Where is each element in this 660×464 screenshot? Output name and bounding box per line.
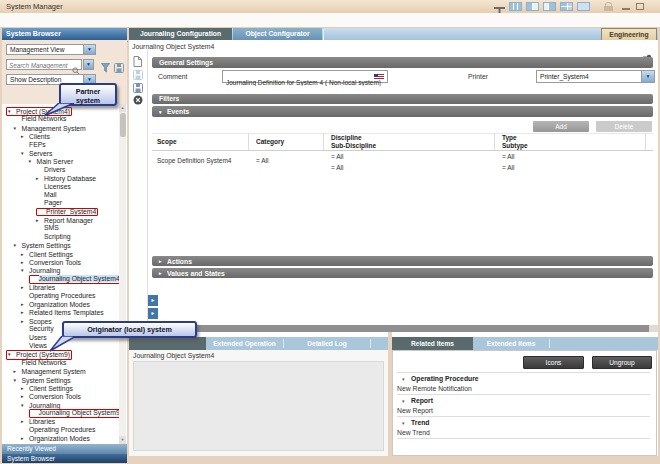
icons-button[interactable]: Icons [523,356,584,369]
collapse-arrow-icon[interactable]: ▾ [29,157,37,165]
collapse-arrow-icon[interactable]: ▾ [159,107,167,118]
chevron-down-icon[interactable]: ▼ [83,45,95,54]
tree-item[interactable]: ▸Client Settings [2,384,119,392]
tree-item[interactable]: SMS [2,224,119,232]
tree-item[interactable]: ▾System Settings [2,376,119,384]
expand-arrow-icon[interactable]: ▸ [36,216,44,224]
minimize-button[interactable] [622,8,630,10]
filter-funnel-icon[interactable] [101,59,110,77]
section-values-states[interactable]: ▸Values and States [152,268,653,278]
tree-item[interactable]: ▸Organization Modes [2,300,119,308]
panel-expand-button[interactable]: ► [148,308,158,319]
collapse-arrow-icon[interactable]: ▾ [8,351,16,358]
engineering-mode-tab[interactable]: Engineering [601,28,657,40]
collapse-arrow-icon[interactable]: ▾ [21,149,29,157]
system-browser-bar[interactable]: System Browser [2,454,127,464]
tree-item[interactable]: ▸Conversion Tools [2,392,119,400]
row-scope-cell[interactable]: Scope Definition System4 [157,157,231,164]
panel-expand-button[interactable]: ► [148,295,158,306]
tab-related-items[interactable]: Related Items [392,337,473,350]
collapse-arrow-icon[interactable]: ▾ [8,108,16,115]
expand-arrow-icon[interactable]: ▸ [21,317,29,325]
search-box[interactable] [6,59,82,70]
row-type-cell[interactable]: = All [502,153,514,160]
tree-item[interactable]: ▸Libraries [2,417,119,425]
collapse-arrow-icon[interactable]: ▾ [14,124,22,132]
scroll-up-icon[interactable]: ▲ [119,104,126,112]
search-input[interactable] [9,61,69,70]
row-subdiscipline-cell[interactable]: = All [331,164,343,171]
expand-arrow-icon[interactable]: ▸ [21,258,29,266]
maximize-button[interactable] [636,3,644,10]
section-filters[interactable]: Filters [152,94,653,104]
layout-single-pane-icon[interactable] [577,2,590,11]
column-header-scope[interactable]: Scope [157,138,177,146]
related-item[interactable]: New Trend [397,428,650,438]
hscrollbar-track[interactable] [137,325,649,332]
expand-arrow-icon[interactable]: ▸ [21,283,29,291]
add-button[interactable]: Add [533,121,589,132]
related-group-header[interactable]: ▾Report [397,396,650,406]
expand-arrow-icon[interactable]: ▸ [21,132,29,140]
view-selector-dropdown[interactable]: Management View ▼ [6,44,96,55]
expand-arrow-icon[interactable]: ▸ [21,384,29,392]
expand-arrow-icon[interactable]: ▸ [159,256,167,266]
collapse-arrow-icon[interactable]: ▾ [21,266,29,274]
tree-item[interactable]: ▾Management System [2,124,119,132]
tree-item[interactable]: ▸Clients [2,132,119,140]
section-events[interactable]: ▾Events [152,106,653,117]
tree-scrollbar[interactable]: ▲ ▼ [119,104,126,444]
tree-item[interactable]: ▸Client Settings [2,250,119,258]
tree-item[interactable]: ▾Journaling [2,401,119,409]
related-item[interactable]: New Remote Notification [397,384,650,394]
comment-field[interactable] [222,70,388,83]
tree-item[interactable]: FEPs [2,141,119,149]
section-actions[interactable]: ▸Actions [152,256,653,266]
tree-item[interactable]: Licenses [2,183,119,191]
tree-item[interactable]: ▾Main Server [2,157,119,165]
tree-item[interactable]: Operating Procedures [2,292,119,300]
tab-extended-items[interactable]: Extended Items [473,337,549,350]
scroll-down-icon[interactable]: ▼ [119,436,126,444]
column-header-category[interactable]: Category [256,138,284,146]
column-header-type[interactable]: TypeSubtype [502,134,528,149]
recently-viewed-bar[interactable]: Recently Viewed [2,444,127,454]
expand-arrow-icon[interactable]: ▸ [21,434,29,442]
tab-detailed-log[interactable]: Detailed Log [284,337,370,350]
tree-item[interactable]: Field Networks [2,359,119,367]
layout-left-pane-icon[interactable] [526,2,539,11]
tree-item[interactable]: Pager [2,199,119,207]
tree-item[interactable]: Operating Procedures [2,426,119,434]
section-general-settings[interactable]: General Settings [152,57,653,68]
expand-arrow-icon[interactable]: ▸ [21,417,29,425]
search-options-dropdown-button[interactable]: ▼ [83,59,94,70]
tree-item[interactable]: Mail [2,191,119,199]
expand-arrow-icon[interactable]: ▸ [159,268,167,278]
tab-extended-operation[interactable]: Extended Operation [206,337,283,350]
tab-object-configurator[interactable]: Object Configurator [233,28,322,40]
tab-journaling-configuration[interactable]: Journaling Configuration [129,28,232,40]
expand-arrow-icon[interactable]: ▸ [21,392,29,400]
ungroup-button[interactable]: Ungroup [592,356,652,369]
tree-item[interactable]: Printer_System4 [2,208,119,216]
layout-grid-icon[interactable] [560,2,573,11]
discard-icon[interactable] [133,91,143,109]
tree-item[interactable]: Drivers [2,166,119,174]
tree-item[interactable]: ▸History Database [2,174,119,182]
related-item[interactable]: New Report [397,406,650,416]
scrollbar-thumb[interactable] [120,113,126,137]
related-group-header[interactable]: ▾Trend [397,418,650,428]
expand-arrow-icon[interactable]: ▸ [21,308,29,316]
column-header-discipline[interactable]: DisciplineSub-Discipline [331,134,376,149]
related-group-header[interactable]: ▾Operating Procedure [397,374,650,384]
expand-arrow-icon[interactable]: ▸ [21,250,29,258]
tree-item[interactable]: Journaling Object System9 [2,409,119,417]
chevron-down-icon[interactable]: ▼ [641,71,654,82]
tree-item[interactable]: ▾System Settings [2,241,119,249]
collapse-arrow-icon[interactable]: ▾ [402,375,411,385]
collapse-arrow-icon[interactable]: ▾ [402,419,411,429]
tree-item[interactable]: ▾Servers [2,149,119,157]
layout-right-pane-icon[interactable] [543,2,556,11]
row-category-cell[interactable]: = All [256,157,268,164]
printer-dropdown[interactable]: Printer_System4 ▼ [536,70,655,83]
